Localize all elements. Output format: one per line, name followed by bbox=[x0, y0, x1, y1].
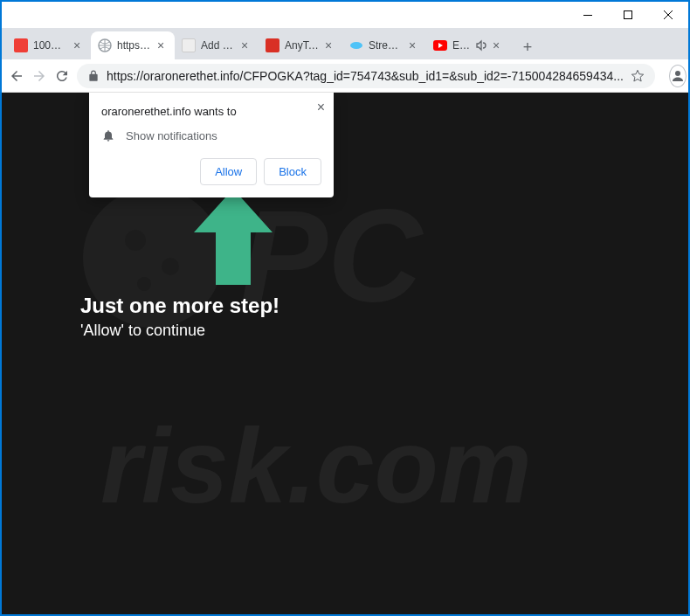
page-heading: Just one more step! bbox=[80, 294, 279, 318]
tab-close-icon[interactable]: × bbox=[405, 38, 419, 52]
window-maximize-button[interactable] bbox=[608, 2, 648, 28]
permission-request-text: Show notifications bbox=[126, 129, 217, 142]
tab-title: https://o bbox=[117, 39, 152, 52]
back-button[interactable] bbox=[9, 64, 24, 88]
tab-2[interactable]: Add Sea × bbox=[175, 31, 259, 59]
forward-button[interactable] bbox=[31, 64, 47, 88]
tab-4[interactable]: Streamin × bbox=[342, 31, 426, 59]
svg-point-10 bbox=[125, 230, 146, 251]
window-minimize-button[interactable] bbox=[568, 2, 608, 28]
notification-permission-dialog: × oraronerethet.info wants to Show notif… bbox=[89, 93, 334, 197]
svg-point-3 bbox=[350, 42, 362, 49]
tab-title: AnyTem bbox=[285, 39, 320, 52]
block-button[interactable]: Block bbox=[264, 158, 321, 185]
watermark: PC risk.com bbox=[39, 135, 651, 572]
url-text: https://oraronerethet.info/CFPOGKA?tag_i… bbox=[107, 69, 624, 83]
tab-title: 100% Fr bbox=[33, 39, 68, 52]
tab-1[interactable]: https://o × bbox=[91, 31, 175, 59]
svg-point-11 bbox=[162, 258, 179, 275]
allow-button[interactable]: Allow bbox=[200, 158, 257, 185]
permission-request-row: Show notifications bbox=[101, 128, 321, 142]
svg-rect-1 bbox=[624, 11, 632, 19]
tab-close-icon[interactable]: × bbox=[70, 38, 84, 52]
tab-3[interactable]: AnyTem × bbox=[259, 31, 342, 59]
window-close-button[interactable] bbox=[648, 2, 688, 28]
svg-point-5 bbox=[675, 71, 680, 76]
permission-close-button[interactable]: × bbox=[317, 100, 325, 115]
svg-point-12 bbox=[137, 277, 151, 291]
tab-close-icon[interactable]: × bbox=[489, 38, 503, 52]
new-tab-button[interactable]: + bbox=[515, 35, 540, 59]
svg-text:risk.com: risk.com bbox=[100, 407, 532, 524]
svg-rect-0 bbox=[583, 15, 592, 16]
tab-title: Add Sea bbox=[201, 39, 236, 52]
up-arrow-icon bbox=[194, 189, 273, 285]
profile-button[interactable] bbox=[669, 65, 687, 87]
tab-favicon-icon bbox=[349, 38, 363, 52]
page-subheading: 'Allow' to continue bbox=[80, 322, 205, 340]
tab-5[interactable]: Eagle × bbox=[426, 31, 510, 59]
lock-icon[interactable] bbox=[87, 70, 100, 82]
tab-close-icon[interactable]: × bbox=[321, 38, 335, 52]
titlebar bbox=[2, 2, 688, 28]
tab-favicon-icon bbox=[433, 38, 447, 52]
tab-title: Streamin bbox=[369, 39, 404, 52]
address-bar[interactable]: https://oraronerethet.info/CFPOGKA?tag_i… bbox=[77, 64, 655, 88]
tab-title: Eagle bbox=[452, 39, 473, 52]
tab-close-icon[interactable]: × bbox=[238, 38, 252, 52]
audio-playing-icon[interactable] bbox=[475, 39, 487, 52]
toolbar: https://oraronerethet.info/CFPOGKA?tag_i… bbox=[2, 59, 688, 93]
permission-title: oraronerethet.info wants to bbox=[101, 105, 321, 118]
tab-favicon-icon bbox=[14, 38, 28, 52]
tabstrip: 100% Fr × https://o × Add Sea × AnyTem ×… bbox=[2, 28, 688, 59]
tab-favicon-icon bbox=[182, 38, 196, 52]
bell-icon bbox=[101, 128, 115, 142]
bookmark-star-icon[interactable] bbox=[631, 69, 645, 83]
tab-close-icon[interactable]: × bbox=[154, 38, 168, 52]
tab-favicon-icon bbox=[266, 38, 279, 52]
tab-favicon-icon bbox=[98, 38, 112, 52]
page-content: PC risk.com × oraronerethet.info wants t… bbox=[2, 93, 688, 614]
reload-button[interactable] bbox=[54, 64, 70, 88]
tab-0[interactable]: 100% Fr × bbox=[7, 31, 91, 59]
